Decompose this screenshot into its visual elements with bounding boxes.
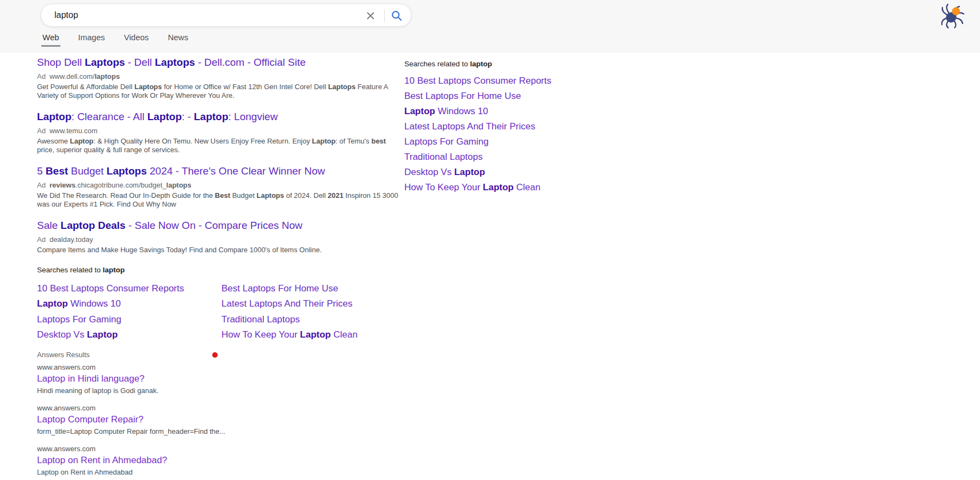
search-results-page: Web Images Videos News bbox=[0, 0, 980, 480]
ad-result: Shop Dell Laptops - Dell Laptops - Dell.… bbox=[37, 56, 403, 110]
related-search-link[interactable]: Laptop Windows 10 bbox=[404, 104, 644, 119]
answer-result: www.answers.com Laptop in Hindi language… bbox=[37, 363, 309, 395]
related-searches-heading: Searches related to laptop bbox=[404, 60, 644, 68]
related-search-link[interactable]: Laptops For Gaming bbox=[37, 312, 221, 327]
answers-results-heading: Answers Results bbox=[37, 351, 90, 359]
search-bar bbox=[41, 4, 411, 27]
search-divider bbox=[384, 9, 385, 22]
answer-domain: www.answers.com bbox=[37, 445, 309, 453]
tab-news[interactable]: News bbox=[167, 33, 189, 47]
answers-results-list: www.answers.com Laptop in Hindi language… bbox=[37, 363, 309, 480]
results-list: Shop Dell Laptops - Dell Laptops - Dell.… bbox=[37, 56, 403, 254]
related-searches-sidebar: Searches related to laptop 10 Best Lapto… bbox=[404, 60, 644, 195]
ad-meta: Adreviews.chicagotribune.com/budget_lapt… bbox=[37, 181, 403, 190]
ad-description: We Did The Research. Read Our In-Depth G… bbox=[37, 191, 403, 209]
search-input[interactable] bbox=[54, 5, 356, 26]
related-search-link[interactable]: Latest Laptops And Their Prices bbox=[404, 119, 644, 134]
answer-description: Hindi meaning of laptop is Godi ganak. bbox=[37, 387, 309, 395]
related-search-link[interactable]: How To Keep Your Laptop Clean bbox=[221, 327, 358, 342]
related-search-link[interactable]: 10 Best Laptops Consumer Reports bbox=[37, 281, 221, 296]
ad-badge: Ad bbox=[37, 181, 46, 189]
ad-description: Compare Items and Make Huge Savings Toda… bbox=[37, 246, 403, 254]
related-search-link[interactable]: Desktop Vs Laptop bbox=[404, 165, 644, 180]
answer-title-link[interactable]: Laptop Computer Repair? bbox=[37, 414, 309, 426]
related-search-link[interactable]: Best Laptops For Home Use bbox=[221, 281, 358, 296]
ad-result: Sale Laptop Deals - Sale Now On - Compar… bbox=[37, 219, 403, 254]
red-dot-marker bbox=[212, 352, 218, 358]
ad-badge: Ad bbox=[37, 72, 46, 80]
related-search-link[interactable]: Desktop Vs Laptop bbox=[37, 327, 221, 342]
answer-title-link[interactable]: Laptop in Hindi language? bbox=[37, 373, 309, 385]
related-searches-bottom: 10 Best Laptops Consumer Reports Best La… bbox=[37, 281, 358, 342]
ad-title-link[interactable]: Sale Laptop Deals - Sale Now On - Compar… bbox=[37, 219, 403, 232]
ad-meta: Adwww.temu.com bbox=[37, 127, 403, 135]
related-search-link[interactable]: Laptops For Gaming bbox=[404, 134, 644, 149]
related-search-link[interactable]: Laptop Windows 10 bbox=[37, 296, 221, 311]
ad-badge: Ad bbox=[37, 235, 46, 244]
search-tabs: Web Images Videos News bbox=[41, 33, 189, 47]
header: Web Images Videos News bbox=[0, 0, 980, 53]
ad-description: Get Powerful & Affordable Dell Laptops f… bbox=[37, 83, 403, 100]
related-search-link[interactable]: Best Laptops For Home Use bbox=[404, 89, 644, 104]
related-searches-links: 10 Best Laptops Consumer Reports Best La… bbox=[404, 73, 644, 195]
ad-display-url: www.dell.com/laptops bbox=[50, 72, 120, 80]
answer-title-link[interactable]: Laptop on Rent in Ahmedabad? bbox=[37, 454, 309, 466]
related-search-link[interactable]: Latest Laptops And Their Prices bbox=[221, 296, 358, 311]
related-search-link[interactable]: 10 Best Laptops Consumer Reports bbox=[404, 73, 644, 89]
ad-description: Awesome Laptop: & High Quality Here On T… bbox=[37, 137, 403, 154]
ad-result: 5 Best Budget Laptops 2024 - There's One… bbox=[37, 165, 403, 219]
answer-result: www.answers.com Laptop on Rent in Ahmeda… bbox=[37, 445, 309, 477]
ad-title-link[interactable]: Laptop: Clearance - All Laptop: - Laptop… bbox=[37, 110, 403, 123]
webcrawler-spider-icon[interactable] bbox=[940, 3, 965, 29]
answer-description: Laptop on Rent in Ahmedabad bbox=[37, 468, 309, 477]
ad-title-link[interactable]: 5 Best Budget Laptops 2024 - There's One… bbox=[37, 165, 403, 178]
ad-display-url: dealday.today bbox=[50, 235, 93, 244]
answer-domain: www.answers.com bbox=[37, 404, 309, 413]
ad-display-url: www.temu.com bbox=[50, 127, 97, 135]
tab-web[interactable]: Web bbox=[41, 33, 60, 47]
ad-meta: Adwww.dell.com/laptops bbox=[37, 72, 403, 81]
related-search-link[interactable]: Traditional Laptops bbox=[221, 312, 358, 327]
ad-result: Laptop: Clearance - All Laptop: - Laptop… bbox=[37, 110, 403, 165]
answer-result: www.answers.com Laptop Computer Repair? … bbox=[37, 404, 309, 436]
tab-videos[interactable]: Videos bbox=[123, 33, 150, 47]
ad-display-url: reviews.chicagotribune.com/budget_laptop… bbox=[50, 181, 192, 189]
ad-badge: Ad bbox=[37, 127, 46, 135]
ad-title-link[interactable]: Shop Dell Laptops - Dell Laptops - Dell.… bbox=[37, 56, 403, 69]
ad-meta: Addealday.today bbox=[37, 235, 403, 244]
answer-description: form_title=Laptop Computer Repair form_h… bbox=[37, 427, 309, 436]
search-icon[interactable] bbox=[391, 10, 402, 21]
related-search-link[interactable]: Traditional Laptops bbox=[404, 149, 644, 165]
answer-domain: www.answers.com bbox=[37, 363, 309, 372]
related-search-link[interactable]: How To Keep Your Laptop Clean bbox=[404, 180, 644, 195]
clear-icon[interactable] bbox=[366, 11, 375, 21]
related-searches-bottom-heading: Searches related to laptop bbox=[37, 266, 125, 274]
tab-images[interactable]: Images bbox=[77, 33, 106, 47]
